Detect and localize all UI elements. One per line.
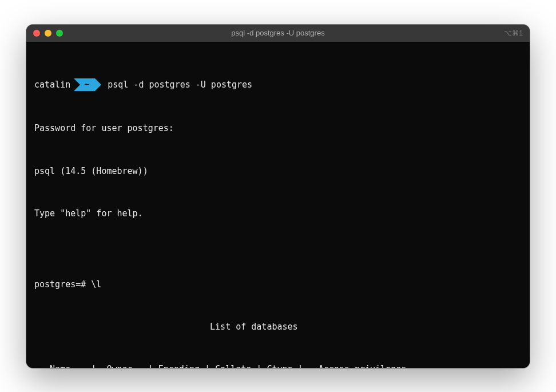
cwd-badge: ~ (74, 78, 95, 91)
help-hint: Type "help" for help. (34, 207, 522, 221)
psql-version: psql (14.5 (Homebrew)) (34, 164, 522, 179)
terminal-window: psql -d postgres -U postgres ⌥⌘1 catalin… (26, 25, 530, 368)
prompt-user: catalin (34, 78, 74, 92)
titlebar: psql -d postgres -U postgres ⌥⌘1 (26, 25, 530, 42)
minimize-icon[interactable] (45, 30, 51, 37)
command-text: psql -d postgres -U postgres (95, 78, 252, 92)
list-command: postgres=# \l (34, 278, 522, 292)
window-title: psql -d postgres -U postgres (26, 29, 530, 37)
table-title: List of databases (34, 320, 522, 334)
window-shortcut: ⌥⌘1 (504, 29, 523, 37)
cwd-label: ~ (74, 78, 95, 91)
close-icon[interactable] (33, 30, 40, 37)
fullscreen-icon[interactable] (56, 30, 63, 37)
table-header: Name | Owner | Encoding | Collate | Ctyp… (34, 362, 522, 368)
terminal-body[interactable]: catalin ~ psql -d postgres -U postgres P… (26, 42, 530, 368)
traffic-lights (33, 30, 63, 37)
password-prompt: Password for user postgres: (34, 121, 522, 136)
shell-prompt-line: catalin ~ psql -d postgres -U postgres (34, 78, 522, 92)
